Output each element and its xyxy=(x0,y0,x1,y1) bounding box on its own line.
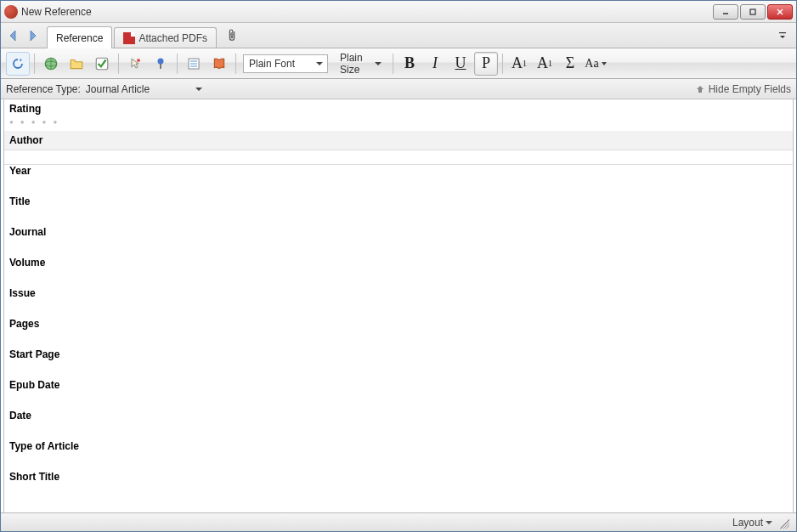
field-issue-label: Issue xyxy=(9,287,788,299)
tab-reference-label: Reference xyxy=(56,32,103,44)
window-title: New Reference xyxy=(21,6,713,18)
layout-menu-button[interactable]: Layout xyxy=(732,517,772,529)
svg-rect-1 xyxy=(750,9,755,14)
tabbar: Reference Attached PDFs xyxy=(1,23,796,48)
field-date-label: Date xyxy=(9,410,788,422)
field-pages[interactable]: Pages xyxy=(4,314,793,345)
field-date[interactable]: Date xyxy=(4,406,793,437)
field-title[interactable]: Title xyxy=(4,192,793,223)
fields-scroll-area[interactable]: Rating ● ● ● ● ● Author Year Title xyxy=(4,99,793,512)
nav-forward-button[interactable] xyxy=(23,26,42,45)
field-start-page-label: Start Page xyxy=(9,348,788,360)
tab-attached-pdfs-label: Attached PDFs xyxy=(138,32,207,44)
globe-button[interactable] xyxy=(39,52,63,76)
tabbar-menu-button[interactable] xyxy=(776,29,789,42)
font-size-select[interactable]: Plain Size xyxy=(335,54,386,73)
rating-stars[interactable]: ● ● ● ● ● xyxy=(9,118,788,126)
field-year-label: Year xyxy=(9,165,788,177)
nav-back-button[interactable] xyxy=(4,26,23,45)
svg-point-10 xyxy=(158,58,164,64)
font-size-label: Plain Size xyxy=(340,52,370,76)
folder-button[interactable] xyxy=(65,52,88,76)
field-rating-label: Rating xyxy=(9,103,788,115)
field-short-title[interactable]: Short Title xyxy=(4,467,793,498)
pointer-button[interactable] xyxy=(123,52,147,76)
rating-star-5[interactable]: ● xyxy=(53,118,57,126)
format-toolbar: Plain Font Plain Size B I U P A1 A1 Σ Aa xyxy=(1,48,796,79)
window-controls xyxy=(713,4,793,20)
field-title-label: Title xyxy=(9,195,788,207)
layout-menu-label: Layout xyxy=(732,517,763,529)
collapse-icon xyxy=(695,84,705,94)
app-icon xyxy=(4,5,18,19)
symbol-button[interactable]: Σ xyxy=(558,52,582,76)
tab-reference[interactable]: Reference xyxy=(47,26,112,48)
field-pages-label: Pages xyxy=(9,318,788,330)
superscript-button[interactable]: A1 xyxy=(507,52,531,76)
minimize-button[interactable] xyxy=(713,4,738,20)
reference-type-label: Reference Type: xyxy=(6,83,81,95)
plain-button[interactable]: P xyxy=(474,52,498,76)
field-rating[interactable]: Rating ● ● ● ● ● xyxy=(4,99,793,131)
attach-button[interactable] xyxy=(223,27,240,44)
rating-star-3[interactable]: ● xyxy=(31,118,36,126)
rating-star-4[interactable]: ● xyxy=(42,118,47,126)
field-type-of-article-label: Type of Article xyxy=(9,440,788,452)
resize-grip[interactable] xyxy=(777,517,789,529)
subscript-base: A xyxy=(537,54,548,72)
refresh-button[interactable] xyxy=(6,52,30,76)
field-issue[interactable]: Issue xyxy=(4,284,793,314)
svg-point-9 xyxy=(137,59,140,62)
font-family-select[interactable]: Plain Font xyxy=(243,54,328,73)
field-volume-label: Volume xyxy=(9,257,788,269)
tab-attached-pdfs[interactable]: Attached PDFs xyxy=(114,27,217,48)
case-button[interactable]: Aa xyxy=(584,52,608,76)
field-epub-date-label: Epub Date xyxy=(9,379,788,391)
hide-empty-fields-label: Hide Empty Fields xyxy=(709,83,791,95)
tabs: Reference Attached PDFs xyxy=(47,23,218,48)
check-button[interactable] xyxy=(90,52,114,76)
field-journal[interactable]: Journal xyxy=(4,223,793,253)
reference-type-value: Journal Article xyxy=(86,83,150,95)
superscript-base: A xyxy=(512,54,523,72)
statusbar: Layout xyxy=(1,512,796,531)
book-button[interactable] xyxy=(207,52,231,76)
svg-rect-4 xyxy=(779,32,786,33)
field-type-of-article[interactable]: Type of Article xyxy=(4,437,793,467)
underline-button[interactable]: U xyxy=(449,52,472,76)
field-short-title-label: Short Title xyxy=(9,471,788,483)
field-author[interactable]: Author xyxy=(4,131,793,150)
list-button[interactable] xyxy=(182,52,206,76)
pin-button[interactable] xyxy=(149,52,172,76)
maximize-button[interactable] xyxy=(740,4,766,20)
field-journal-label: Journal xyxy=(9,226,788,238)
reference-type-select[interactable]: Journal Article xyxy=(86,83,205,95)
hide-empty-fields-button[interactable]: Hide Empty Fields xyxy=(695,83,791,95)
font-family-label: Plain Font xyxy=(249,58,295,70)
pdf-icon xyxy=(123,32,135,44)
subscript-button[interactable]: A1 xyxy=(533,52,557,76)
application-window: New Reference Reference At xyxy=(0,0,797,532)
rating-star-1[interactable]: ● xyxy=(9,118,14,126)
field-start-page[interactable]: Start Page xyxy=(4,345,793,376)
close-button[interactable] xyxy=(767,4,793,20)
reference-type-bar: Reference Type: Journal Article Hide Emp… xyxy=(1,79,796,99)
content-wrap: Rating ● ● ● ● ● Author Year Title xyxy=(3,99,794,512)
bold-button[interactable]: B xyxy=(398,52,421,76)
italic-button[interactable]: I xyxy=(423,52,447,76)
field-epub-date[interactable]: Epub Date xyxy=(4,376,793,406)
field-author-label: Author xyxy=(9,134,788,146)
titlebar: New Reference xyxy=(1,1,796,23)
field-volume[interactable]: Volume xyxy=(4,253,793,284)
rating-star-2[interactable]: ● xyxy=(20,118,25,126)
field-year[interactable]: Year xyxy=(4,161,793,192)
